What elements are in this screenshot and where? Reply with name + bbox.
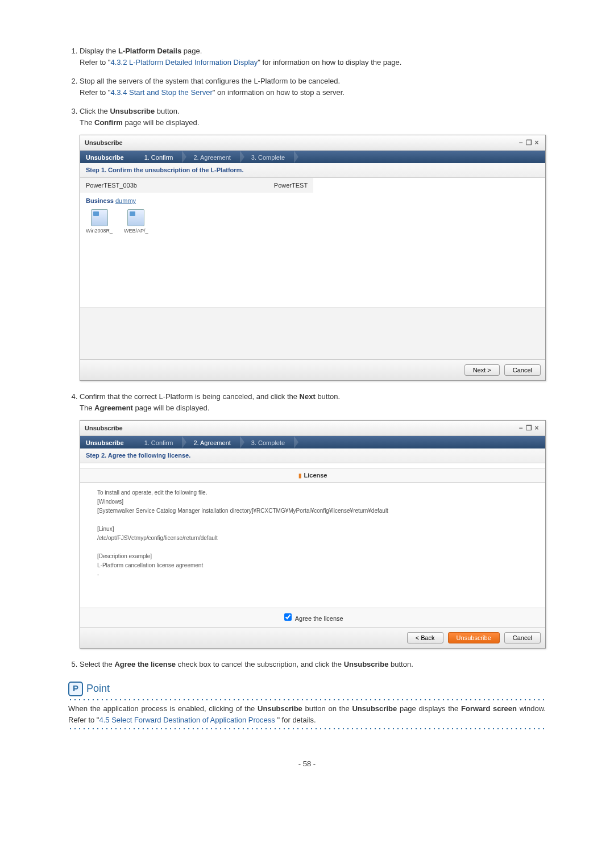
wizard-bar: Unsubscribe 1. Confirm 2. Agreement 3. C… bbox=[80, 436, 545, 448]
step-3: Click the Unsubscribe button. The Confir… bbox=[80, 106, 546, 381]
dummy-link[interactable]: dummy bbox=[115, 197, 136, 204]
license-header: License bbox=[80, 468, 545, 483]
unsubscribe-button[interactable]: Unsubscribe bbox=[448, 632, 500, 643]
step-description: Step 2. Agree the following license. bbox=[80, 448, 545, 463]
license-text: To install and operate, edit the followi… bbox=[80, 483, 545, 608]
window-title: Unsubscribe bbox=[85, 423, 123, 433]
close-icon: × bbox=[533, 423, 541, 433]
wizard-step-complete[interactable]: 3. Complete bbox=[240, 436, 294, 448]
cancel-button[interactable]: Cancel bbox=[504, 632, 541, 643]
platform-name: PowerTEST bbox=[268, 178, 313, 193]
link-432[interactable]: 4.3.2 L-Platform Detailed Information Di… bbox=[110, 58, 258, 67]
confirm-screenshot: Unsubscribe −❐× Unsubscribe 1. Confirm 2… bbox=[80, 135, 546, 381]
window-title: Unsubscribe bbox=[85, 138, 123, 148]
point-callout: P Point When the application process is … bbox=[68, 681, 546, 730]
link-45[interactable]: 4.5 Select Forward Destination of Applic… bbox=[99, 716, 275, 724]
wizard-step-complete[interactable]: 3. Complete bbox=[240, 151, 294, 163]
server-1[interactable]: Win2008R_ bbox=[86, 209, 113, 235]
server-icon bbox=[127, 209, 144, 226]
server-2[interactable]: WEB/AP/_ bbox=[124, 209, 148, 235]
server-icon bbox=[91, 209, 108, 226]
agree-checkbox-input[interactable] bbox=[284, 613, 292, 621]
cancel-button[interactable]: Cancel bbox=[504, 364, 541, 376]
step-4: Confirm that the correct L-Platform is b… bbox=[80, 391, 546, 649]
wizard-bar: Unsubscribe 1. Confirm 2. Agreement 3. C… bbox=[80, 151, 545, 163]
wizard-step-agreement[interactable]: 2. Agreement bbox=[182, 151, 239, 163]
agreement-screenshot: Unsubscribe −❐× Unsubscribe 1. Confirm 2… bbox=[80, 420, 546, 649]
maximize-icon: ❐ bbox=[525, 423, 533, 433]
minimize-icon: − bbox=[517, 138, 525, 148]
next-button[interactable]: Next > bbox=[464, 364, 500, 376]
close-icon: × bbox=[533, 138, 541, 148]
page-number: - 58 - bbox=[68, 758, 546, 770]
point-icon: P bbox=[68, 682, 83, 696]
window-controls[interactable]: −❐× bbox=[517, 423, 541, 433]
step-description: Step 1. Confirm the unsubscription of th… bbox=[80, 163, 545, 178]
back-button[interactable]: < Back bbox=[407, 632, 443, 643]
maximize-icon: ❐ bbox=[525, 138, 533, 148]
step-5: Select the Agree the license check box t… bbox=[80, 659, 546, 670]
platform-id: PowerTEST_003b bbox=[80, 178, 268, 193]
link-434[interactable]: 4.3.4 Start and Stop the Server bbox=[110, 88, 212, 97]
wizard-step-confirm[interactable]: 1. Confirm bbox=[133, 436, 182, 448]
step-1: Display the L-Platform Details page. Ref… bbox=[80, 45, 546, 68]
step-2: Stop all the servers of the system that … bbox=[80, 76, 546, 98]
wizard-step-confirm[interactable]: 1. Confirm bbox=[133, 151, 182, 163]
window-controls[interactable]: −❐× bbox=[517, 138, 541, 148]
wizard-step-agreement[interactable]: 2. Agreement bbox=[182, 436, 239, 448]
agree-license-checkbox[interactable]: Agree the license bbox=[282, 615, 343, 622]
minimize-icon: − bbox=[517, 423, 525, 433]
